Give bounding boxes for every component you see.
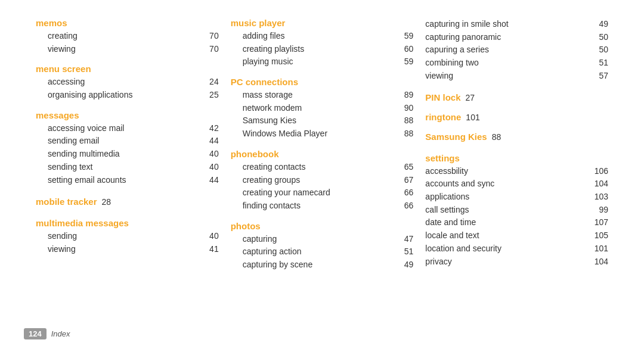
mobile-tracker-section: mobile tracker 28 <box>36 195 219 210</box>
entry-photos-capturing: capturing 47 <box>231 233 414 246</box>
entry-phonebook-contacts: creating contacts 65 <box>231 161 414 174</box>
page: memos creating 70 viewing 70 menu screen… <box>0 0 644 349</box>
mobile-tracker-num: 28 <box>102 195 112 209</box>
page-number: 124 <box>24 328 47 339</box>
entry-memos-viewing: viewing 70 <box>36 43 219 56</box>
samsung-kies-num: 88 <box>492 130 501 144</box>
heading-photos: photos <box>231 221 414 231</box>
entry-settings-date: date and time 107 <box>425 216 608 229</box>
ringtone-num: 101 <box>466 111 479 124</box>
heading-settings: settings <box>425 153 608 163</box>
entry-settings-applications: applications 103 <box>425 191 608 204</box>
heading-phonebook: phonebook <box>231 149 414 159</box>
entry-messages-text: sending text 40 <box>36 161 219 174</box>
samsung-kies-section: Samsung Kies 88 <box>425 130 608 145</box>
columns: memos creating 70 viewing 70 menu screen… <box>36 18 620 313</box>
heading-music-player: music player <box>231 18 414 28</box>
entry-photos-series: capuring a series 50 <box>425 43 608 57</box>
heading-samsung-kies: Samsung Kies <box>425 130 487 145</box>
entry-menu-organising: organising applications 25 <box>36 89 219 102</box>
entry-multimedia-viewing: viewing 41 <box>36 243 219 256</box>
entry-phonebook-finding: finding contacts 66 <box>231 200 414 213</box>
entry-pc-network-modem: network modem 90 <box>231 102 414 115</box>
entry-music-playlists: creating playlists 60 <box>231 43 414 56</box>
entry-settings-accessibility: accessbility 106 <box>425 165 608 178</box>
entry-menu-accessing: accessing 24 <box>36 76 219 89</box>
entry-music-files: adding files 59 <box>231 30 414 43</box>
index-label: Index <box>51 329 70 338</box>
entry-settings-call: call settings 99 <box>425 204 608 217</box>
entry-photos-panoramic: capturing panoramic 50 <box>425 31 608 44</box>
entry-photos-smile: capturing in smile shot 49 <box>425 18 608 31</box>
entry-settings-privacy: privacy 104 <box>425 255 608 269</box>
entry-multimedia-sending: sending 40 <box>36 230 219 243</box>
entry-photos-action: capturing action 51 <box>231 245 414 258</box>
col1: memos creating 70 viewing 70 menu screen… <box>36 18 231 313</box>
entry-messages-voicemail: accessing voice mail 42 <box>36 122 219 135</box>
heading-menu-screen: menu screen <box>36 64 219 74</box>
pin-lock-section: PIN lock 27 <box>425 91 608 105</box>
heading-multimedia-messages: multimedia messages <box>36 218 219 228</box>
entry-pc-mass-storage: mass storage 89 <box>231 89 414 102</box>
col3: capturing in smile shot 49 capturing pan… <box>425 18 620 313</box>
heading-ringtone: ringtone <box>425 110 461 125</box>
entry-music-playing: playing music 59 <box>231 55 414 68</box>
entry-settings-location: location and security 101 <box>425 242 608 255</box>
entry-messages-email-acounts: setting email acounts 44 <box>36 174 219 187</box>
entry-settings-accounts: accounts and sync 104 <box>425 177 608 191</box>
entry-messages-email: sending email 44 <box>36 135 219 148</box>
entry-memos-creating: creating 70 <box>36 30 219 43</box>
pin-lock-num: 27 <box>466 91 475 105</box>
heading-pin-lock: PIN lock <box>425 91 460 105</box>
entry-photos-viewing: viewing 57 <box>425 70 608 83</box>
footer: 124 Index <box>24 328 70 339</box>
entry-phonebook-groups: creating groups 67 <box>231 174 414 187</box>
entry-photos-combining: combining two 51 <box>425 57 608 70</box>
entry-messages-multimedia: sending multimedia 40 <box>36 148 219 161</box>
entry-pc-windows-media: Windows Media Player 88 <box>231 127 414 141</box>
entry-photos-scene: capturing by scene 49 <box>231 258 414 272</box>
heading-mobile-tracker: mobile tracker <box>36 195 97 210</box>
heading-memos: memos <box>36 18 219 28</box>
entry-phonebook-namecard: creating your namecard 66 <box>231 186 414 200</box>
col2: music player adding files 59 creating pl… <box>231 18 426 313</box>
ringtone-section: ringtone 101 <box>425 110 608 125</box>
heading-pc-connections: PC connections <box>231 77 414 87</box>
entry-pc-samsung-kies: Samsung Kies 88 <box>231 114 414 127</box>
heading-messages: messages <box>36 110 219 120</box>
entry-settings-locale: locale and text 105 <box>425 229 608 242</box>
